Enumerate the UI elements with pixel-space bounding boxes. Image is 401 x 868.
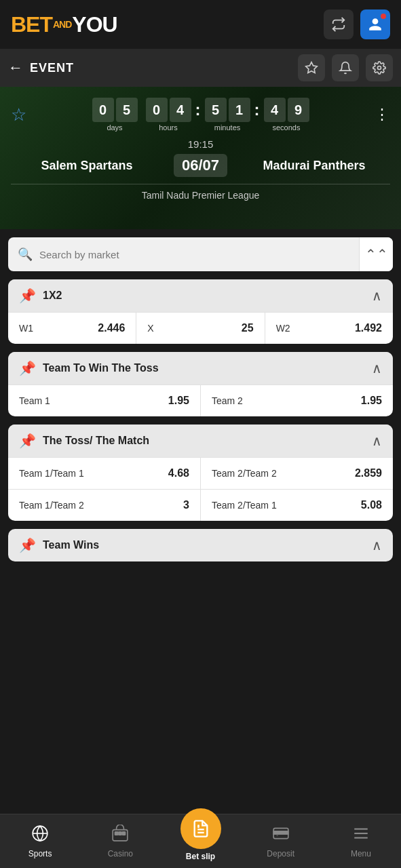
casino-icon	[111, 825, 129, 846]
market-toss-winner-header-left: 📌 Team To Win The Toss	[19, 360, 159, 376]
odds-row-1x2-1: W1 2.446 X 25 W2 1.492	[8, 312, 393, 344]
collapse-button[interactable]: ⌃⌃	[359, 237, 393, 271]
chevron-up-icon-toss: ∧	[372, 360, 382, 376]
odds-label-w2: W2	[276, 323, 290, 334]
odds-row-toss-1: Team 1 1.95 Team 2 1.95	[8, 384, 393, 416]
svg-rect-11	[273, 831, 288, 833]
odds-cell-x[interactable]: X 25	[136, 313, 265, 344]
countdown-seconds-tens: 4	[264, 98, 286, 122]
odds-row-toss-match-1: Team 1/Team 1 4.68 Team 2/Team 2 2.859	[8, 457, 393, 489]
back-button[interactable]: ←	[8, 59, 23, 77]
match-score: 06/07	[174, 154, 227, 177]
profile-button[interactable]	[360, 9, 390, 39]
odds-label-x: X	[147, 323, 153, 334]
svg-point-1	[378, 66, 381, 70]
market-toss-match-body: Team 1/Team 1 4.68 Team 2/Team 2 2.859 T…	[8, 457, 393, 521]
countdown-minutes-ones: 1	[229, 98, 250, 122]
odds-label-team2-toss: Team 2	[212, 395, 243, 406]
top-nav-icons	[324, 9, 390, 39]
sports-icon	[31, 825, 49, 846]
market-toss-winner-header[interactable]: 📌 Team To Win The Toss ∧	[8, 352, 393, 384]
match-time: 19:15	[11, 138, 390, 150]
bell-button[interactable]	[332, 54, 359, 81]
nav-deposit[interactable]: Deposit	[241, 825, 321, 859]
odds-cell-w1[interactable]: W1 2.446	[8, 313, 136, 344]
odds-value-team2-toss: 1.95	[361, 395, 382, 407]
odds-value-t1t1: 4.68	[168, 467, 189, 479]
bottom-navigation: Sports Casino Bet slip	[0, 814, 401, 868]
event-header-title: EVENT	[30, 61, 291, 75]
header-action-icons	[298, 54, 393, 81]
odds-label-t1t1: Team 1/Team 1	[19, 468, 84, 479]
market-1x2-header[interactable]: 📌 1X2 ∧	[8, 279, 393, 312]
match-divider	[11, 184, 390, 184]
svg-marker-0	[306, 62, 318, 73]
search-input[interactable]	[39, 249, 349, 260]
odds-cell-t2t1[interactable]: Team 2/Team 1 5.08	[201, 490, 393, 521]
countdown-days-label: days	[107, 123, 122, 132]
market-team-wins: 📌 Team Wins ∧	[8, 529, 393, 561]
odds-cell-team1-toss[interactable]: Team 1 1.95	[8, 385, 201, 416]
nav-menu-label: Menu	[351, 849, 371, 859]
pin-icon-toss-match: 📌	[19, 433, 36, 449]
market-1x2-body: W1 2.446 X 25 W2 1.492	[8, 312, 393, 344]
match-league: Tamil Nadu Premier League	[11, 190, 390, 201]
svg-rect-6	[123, 831, 126, 834]
chevron-up-icon-toss-match: ∧	[372, 433, 382, 449]
odds-label-w1: W1	[19, 323, 33, 334]
odds-value-w2: 1.492	[355, 322, 382, 334]
team2-name: Madurai Panthers	[238, 159, 390, 173]
market-team-wins-header[interactable]: 📌 Team Wins ∧	[8, 529, 393, 561]
odds-value-team1-toss: 1.95	[168, 395, 189, 407]
more-options-button[interactable]: ⋮	[375, 106, 390, 123]
favorite-button[interactable]	[298, 54, 325, 81]
nav-betslip[interactable]: Bet slip	[160, 808, 240, 861]
event-favorite-icon[interactable]: ☆	[11, 104, 26, 125]
settings-button[interactable]	[366, 54, 393, 81]
app-logo: BET AND YOU	[11, 12, 117, 37]
market-1x2: 📌 1X2 ∧ W1 2.446 X 25 W2 1.492	[8, 279, 393, 344]
countdown-timer: 0 5 days 0 4 hours :	[92, 98, 309, 132]
countdown-seconds: 4 9 seconds	[264, 98, 309, 132]
odds-label-t2t2: Team 2/Team 2	[212, 468, 277, 479]
odds-cell-w2[interactable]: W2 1.492	[265, 313, 393, 344]
market-team-wins-title: Team Wins	[43, 539, 99, 551]
nav-sports[interactable]: Sports	[0, 825, 80, 859]
odds-value-x: 25	[242, 322, 254, 334]
odds-value-t1t2: 3	[183, 499, 189, 511]
match-teams: Salem Spartans 06/07 Madurai Panthers	[11, 154, 390, 177]
logo-you: YOU	[72, 12, 117, 37]
svg-rect-5	[119, 831, 121, 834]
market-toss-match-title: The Toss/ The Match	[43, 435, 149, 447]
chevron-up-icon-1x2: ∧	[372, 288, 382, 304]
odds-row-toss-match-2: Team 1/Team 2 3 Team 2/Team 1 5.08	[8, 489, 393, 521]
transfer-button[interactable]	[324, 9, 354, 39]
countdown-sep3: :	[254, 100, 260, 119]
nav-casino[interactable]: Casino	[80, 825, 160, 859]
countdown-hours: 0 4 hours	[146, 98, 191, 132]
market-1x2-title: 1X2	[43, 290, 62, 302]
market-toss-match-header[interactable]: 📌 The Toss/ The Match ∧	[8, 425, 393, 457]
pin-icon-toss: 📌	[19, 360, 36, 376]
odds-cell-t2t2[interactable]: Team 2/Team 2 2.859	[201, 458, 393, 489]
search-input-wrap: 🔍	[8, 239, 359, 270]
market-toss-winner-body: Team 1 1.95 Team 2 1.95	[8, 384, 393, 416]
odds-label-t1t2: Team 1/Team 2	[19, 500, 84, 511]
chevron-up-icon-team-wins: ∧	[372, 537, 382, 553]
odds-cell-team2-toss[interactable]: Team 2 1.95	[201, 385, 393, 416]
nav-betslip-label: Bet slip	[186, 852, 215, 861]
countdown-minutes-tens: 5	[205, 98, 227, 122]
odds-cell-t1t1[interactable]: Team 1/Team 1 4.68	[8, 458, 201, 489]
nav-sports-label: Sports	[28, 849, 52, 859]
odds-label-t2t1: Team 2/Team 1	[212, 500, 277, 511]
nav-menu[interactable]: Menu	[321, 825, 401, 859]
odds-value-t2t2: 2.859	[355, 467, 382, 479]
countdown-hours-tens: 0	[146, 98, 168, 122]
pin-icon-1x2: 📌	[19, 288, 36, 304]
countdown-minutes: 5 1 minutes	[205, 98, 250, 132]
deposit-icon	[272, 825, 290, 846]
market-toss-match: 📌 The Toss/ The Match ∧ Team 1/Team 1 4.…	[8, 425, 393, 521]
nav-deposit-label: Deposit	[267, 849, 294, 859]
odds-cell-t1t2[interactable]: Team 1/Team 2 3	[8, 490, 201, 521]
top-navigation: BET AND YOU	[0, 0, 401, 49]
